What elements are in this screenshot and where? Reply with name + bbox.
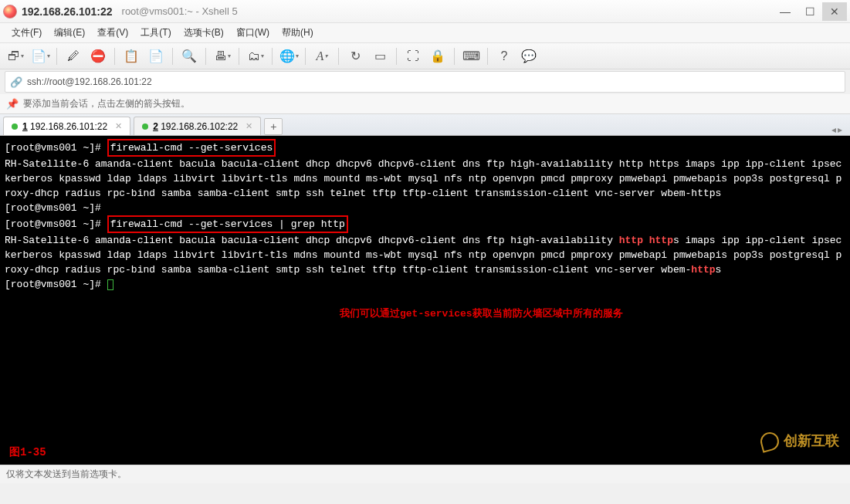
globe-icon[interactable]: 🌐▾	[278, 46, 300, 66]
separator	[454, 48, 455, 65]
properties-icon[interactable]: 🗂▾	[245, 46, 266, 66]
link-icon: 🔗	[10, 76, 22, 88]
grep-match: http	[649, 235, 673, 246]
menu-file[interactable]: 文件(F)	[6, 24, 47, 42]
close-button[interactable]: ✕	[822, 2, 847, 21]
menu-window[interactable]: 窗口(W)	[231, 24, 275, 42]
watermark-icon	[758, 430, 781, 452]
address-text: ssh://root@192.168.26.101:22	[27, 76, 152, 87]
tab-1-num: 1	[22, 121, 28, 132]
print-icon[interactable]: 🖶▾	[212, 46, 233, 66]
font-icon[interactable]: A▾	[311, 46, 333, 66]
separator	[56, 48, 57, 65]
separator	[305, 48, 306, 65]
prompt: [root@vms001 ~]#	[5, 142, 107, 154]
terminal-icon[interactable]: ▭	[369, 46, 391, 66]
separator	[205, 48, 206, 65]
prompt: [root@vms001 ~]#	[5, 218, 107, 230]
tab-nav-right-icon[interactable]: ▸	[838, 124, 842, 135]
tab-row: 1 192.168.26.101:22 ✕ 2 192.168.26.102:2…	[0, 114, 850, 136]
grep-match: http	[619, 235, 643, 246]
separator	[487, 48, 488, 65]
status-bar: 仅将文本发送到当前选项卡。	[0, 465, 850, 483]
fullscreen-icon[interactable]: ⛶	[402, 46, 424, 66]
tab-2-label: 192.168.26.102:22	[158, 121, 238, 132]
tab-1[interactable]: 1 192.168.26.101:22 ✕	[3, 117, 130, 135]
copy-icon[interactable]: 📋	[120, 46, 142, 66]
hint-bar: 📌 要添加当前会话，点击左侧的箭头按钮。	[0, 94, 850, 114]
prompt: [root@vms001 ~]#	[5, 279, 107, 290]
find-icon[interactable]: 🔍	[178, 46, 200, 66]
annotation-text: 我们可以通过get-services获取当前防火墙区域中所有的服务	[340, 306, 623, 321]
cursor-icon	[107, 279, 113, 290]
separator	[396, 48, 397, 65]
tab-2[interactable]: 2 192.168.26.102:22 ✕	[134, 117, 261, 135]
maximize-button[interactable]: ☐	[798, 2, 822, 21]
tab-2-close-icon[interactable]: ✕	[246, 121, 252, 131]
menu-tools[interactable]: 工具(T)	[135, 24, 176, 42]
toolbar: 🗗▾ 📄▾ 🖉 ⛔ 📋 📄 🔍 🖶▾ 🗂▾ 🌐▾ A▾ ↻ ▭ ⛶ 🔒 ⌨ ? …	[0, 43, 850, 69]
tab-add-button[interactable]: +	[264, 118, 283, 135]
hint-text: 要添加当前会话，点击左侧的箭头按钮。	[23, 97, 190, 110]
refresh-icon[interactable]: ↻	[344, 46, 366, 66]
tab-1-close-icon[interactable]: ✕	[115, 121, 122, 131]
pin-icon[interactable]: 📌	[6, 98, 19, 110]
tab-nav-left-icon[interactable]: ◂	[831, 124, 836, 135]
highlighted-cmd-1: firewall-cmd --get-services	[107, 139, 276, 157]
grep-match: http	[691, 264, 715, 276]
tab-1-label: 192.168.26.101:22	[28, 121, 107, 132]
minimize-button[interactable]: —	[773, 2, 798, 21]
output-2: RH-Satellite-6 amanda-client bacula bacu…	[5, 233, 845, 277]
open-session-icon[interactable]: 📄▾	[29, 46, 51, 66]
address-bar[interactable]: 🔗 ssh://root@192.168.26.101:22	[5, 71, 845, 93]
watermark: 创新互联	[760, 432, 839, 451]
separator	[172, 48, 173, 65]
menu-tabs[interactable]: 选项卡(B)	[178, 24, 229, 42]
separator	[338, 48, 339, 65]
help-icon[interactable]: ?	[493, 46, 515, 66]
status-dot-icon	[12, 123, 18, 130]
menu-help[interactable]: 帮助(H)	[276, 24, 319, 42]
figure-label: 图1-35	[9, 445, 46, 460]
status-dot-icon	[142, 123, 148, 130]
title-ip: 192.168.26.101:22	[22, 5, 113, 18]
tab-2-num: 2	[153, 121, 158, 132]
prompt: [root@vms001 ~]#	[5, 202, 107, 214]
app-icon	[3, 5, 17, 19]
titlebar: 192.168.26.101:22 root@vms001:~ - Xshell…	[0, 0, 850, 23]
separator	[239, 48, 239, 65]
title-sub: root@vms001:~ - Xshell 5	[122, 5, 238, 17]
window-buttons: — ☐ ✕	[773, 2, 847, 21]
terminal[interactable]: [root@vms001 ~]# firewall-cmd --get-serv…	[0, 136, 850, 465]
separator	[272, 48, 273, 65]
output-1: RH-Satellite-6 amanda-client bacula bacu…	[5, 157, 845, 201]
disconnect-icon[interactable]: ⛔	[87, 46, 109, 66]
menubar: 文件(F) 编辑(E) 查看(V) 工具(T) 选项卡(B) 窗口(W) 帮助(…	[0, 23, 850, 43]
watermark-text: 创新互联	[784, 435, 839, 449]
menu-view[interactable]: 查看(V)	[92, 24, 134, 42]
reconnect-icon[interactable]: 🖉	[63, 46, 84, 66]
highlighted-cmd-2: firewall-cmd --get-services | grep http	[107, 215, 348, 233]
paste-icon[interactable]: 📄	[145, 46, 167, 66]
keyboard-icon[interactable]: ⌨	[460, 46, 482, 66]
tab-nav: ◂ ▸	[831, 124, 847, 135]
status-text: 仅将文本发送到当前选项卡。	[6, 468, 127, 481]
separator	[114, 48, 115, 65]
chat-icon[interactable]: 💬	[518, 46, 540, 66]
new-session-icon[interactable]: 🗗▾	[5, 46, 26, 66]
menu-edit[interactable]: 编辑(E)	[49, 24, 90, 42]
lock-icon[interactable]: 🔒	[427, 46, 449, 66]
